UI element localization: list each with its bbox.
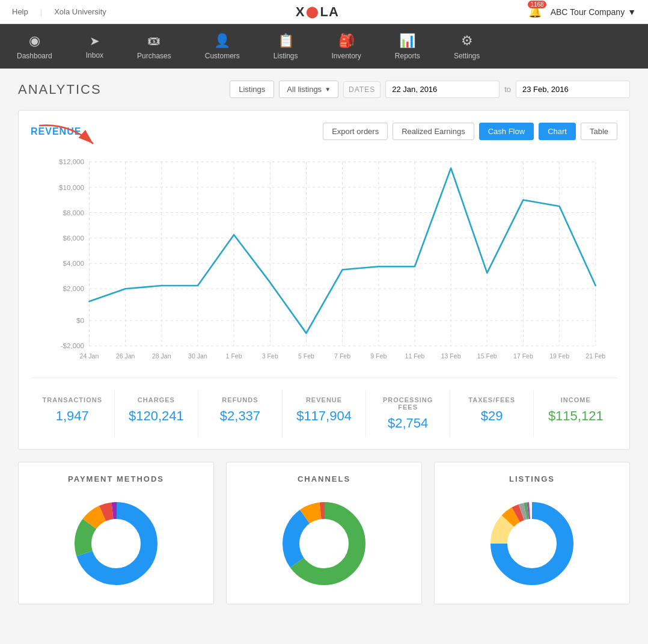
stat-charges: CHARGES $120,241 — [115, 390, 199, 437]
customers-icon: 👤 — [214, 33, 230, 49]
svg-text:7 Feb: 7 Feb — [334, 352, 350, 360]
stat-refunds: REFUNDS $2,337 — [198, 390, 283, 437]
svg-text:30 Jan: 30 Jan — [188, 352, 207, 360]
inbox-icon: ➤ — [90, 34, 100, 48]
stat-transactions-label: TRANSACTIONS — [40, 396, 105, 403]
date-to-input[interactable] — [516, 81, 630, 98]
chart-svg: $12,000 $10,000 $8,000 $6,000 $4,000 $2,… — [31, 149, 617, 378]
svg-text:5 Feb: 5 Feb — [298, 352, 314, 360]
university-link[interactable]: Xola University — [54, 7, 106, 16]
stats-row: TRANSACTIONS 1,947 CHARGES $120,241 REFU… — [31, 378, 617, 437]
top-bar: Help | Xola University X⬤LA 🔔 1168 ABC T… — [0, 0, 648, 24]
nav-item-inventory[interactable]: 🎒 Inventory — [314, 24, 377, 69]
settings-icon: ⚙ — [461, 33, 473, 49]
svg-text:$6,000: $6,000 — [63, 234, 84, 242]
notification-bell[interactable]: 🔔 1168 — [528, 5, 542, 19]
svg-text:28 Jan: 28 Jan — [152, 352, 171, 360]
svg-text:15 Feb: 15 Feb — [477, 352, 497, 360]
nav-label-reports: Reports — [395, 52, 420, 60]
chevron-down-icon: ▼ — [325, 86, 331, 93]
company-name[interactable]: ABC Tour Company ▼ — [551, 7, 636, 17]
stat-revenue-label: REVENUE — [292, 396, 357, 403]
stat-transactions-value: 1,947 — [40, 408, 105, 424]
revenue-actions: Export orders Realized Earnings Cash Flo… — [323, 123, 617, 140]
date-separator: to — [504, 85, 511, 94]
dropdown-chevron-icon: ▼ — [628, 7, 636, 17]
inventory-icon: 🎒 — [338, 33, 355, 49]
nav-item-inbox[interactable]: ➤ Inbox — [69, 24, 120, 69]
svg-text:$12,000: $12,000 — [59, 158, 84, 165]
svg-text:26 Jan: 26 Jan — [116, 352, 135, 360]
svg-text:-$2,000: -$2,000 — [61, 342, 84, 349]
nav-label-settings: Settings — [454, 52, 480, 60]
logo: X⬤LA — [296, 4, 339, 20]
nav-item-reports[interactable]: 📊 Reports — [378, 24, 437, 69]
stat-transactions: TRANSACTIONS 1,947 — [31, 390, 115, 437]
nav-item-dashboard[interactable]: ◉ Dashboard — [0, 24, 69, 69]
nav-label-inventory: Inventory — [331, 52, 361, 60]
payment-methods-title: PAYMENT METHODS — [31, 474, 201, 483]
svg-text:24 Jan: 24 Jan — [80, 352, 99, 360]
stat-income: INCOME $115,121 — [534, 390, 617, 437]
bottom-section: PAYMENT METHODS CHANNELS — [18, 462, 630, 604]
stat-processing-fees-value: $2,754 — [375, 416, 441, 431]
revenue-chart: $12,000 $10,000 $8,000 $6,000 $4,000 $2,… — [31, 149, 617, 378]
donut-chart-2 — [276, 495, 372, 592]
stat-processing-fees: PROCESSING FEES $2,754 — [366, 390, 450, 437]
all-listings-dropdown[interactable]: All listings ▼ — [279, 81, 338, 98]
payment-methods-chart — [31, 495, 201, 592]
channels-title: CHANNELS — [239, 474, 409, 483]
stat-charges-label: CHARGES — [124, 396, 189, 403]
svg-text:21 Feb: 21 Feb — [585, 352, 605, 360]
help-link[interactable]: Help — [12, 7, 28, 16]
svg-text:9 Feb: 9 Feb — [370, 352, 387, 360]
dates-label: DATES — [343, 81, 381, 98]
chart-button[interactable]: Chart — [539, 123, 576, 140]
nav-item-listings[interactable]: 📋 Listings — [257, 24, 315, 69]
channels-chart — [239, 495, 409, 592]
svg-text:13 Feb: 13 Feb — [441, 352, 461, 360]
svg-point-57 — [301, 521, 347, 566]
listings-chart — [447, 495, 617, 592]
cash-flow-button[interactable]: Cash Flow — [479, 123, 534, 140]
svg-text:17 Feb: 17 Feb — [513, 352, 533, 360]
page-title: ANALYTICS — [18, 82, 221, 97]
revenue-title: REVENUE — [31, 126, 81, 137]
nav-bar: ◉ Dashboard ➤ Inbox 🎟 Purchases 👤 Custom… — [0, 24, 648, 69]
realized-earnings-button[interactable]: Realized Earnings — [393, 123, 474, 140]
svg-point-65 — [509, 521, 555, 566]
revenue-header: REVENUE Export orders Realized Earnings … — [31, 123, 617, 140]
stat-revenue-value: $117,904 — [292, 408, 357, 424]
analytics-header: ANALYTICS Listings All listings ▼ DATES … — [18, 81, 630, 98]
table-button[interactable]: Table — [581, 123, 617, 140]
svg-text:$0: $0 — [76, 316, 84, 324]
filter-group: Listings All listings ▼ DATES to — [230, 81, 630, 98]
top-bar-right: 🔔 1168 ABC Tour Company ▼ — [528, 5, 636, 19]
payment-methods-card: PAYMENT METHODS — [18, 462, 214, 604]
stat-processing-fees-label: PROCESSING FEES — [375, 396, 441, 411]
stat-income-value: $115,121 — [543, 408, 608, 424]
stat-revenue: REVENUE $117,904 — [283, 390, 367, 437]
dashboard-icon: ◉ — [29, 33, 40, 49]
nav-item-settings[interactable]: ⚙ Settings — [437, 24, 497, 69]
svg-text:1 Feb: 1 Feb — [226, 352, 242, 360]
export-orders-button[interactable]: Export orders — [323, 123, 388, 140]
nav-item-purchases[interactable]: 🎟 Purchases — [120, 24, 188, 69]
listings-filter-button[interactable]: Listings — [230, 81, 274, 98]
svg-text:$2,000: $2,000 — [63, 284, 84, 292]
svg-point-52 — [93, 521, 139, 566]
purchases-icon: 🎟 — [147, 33, 160, 49]
channels-card: CHANNELS — [226, 462, 422, 604]
reports-icon: 📊 — [399, 33, 415, 49]
date-from-input[interactable] — [385, 81, 500, 98]
nav-item-customers[interactable]: 👤 Customers — [188, 24, 257, 69]
nav-label-customers: Customers — [205, 52, 240, 60]
listings-title: LISTINGS — [447, 474, 617, 483]
stat-taxes-fees-label: TAXES/FEES — [459, 396, 525, 403]
svg-text:19 Feb: 19 Feb — [549, 352, 569, 360]
nav-label-inbox: Inbox — [86, 51, 103, 60]
svg-text:$4,000: $4,000 — [63, 259, 84, 267]
donut-chart-1 — [68, 495, 164, 592]
stat-taxes-fees: TAXES/FEES $29 — [450, 390, 534, 437]
notification-count: 1168 — [528, 1, 546, 8]
